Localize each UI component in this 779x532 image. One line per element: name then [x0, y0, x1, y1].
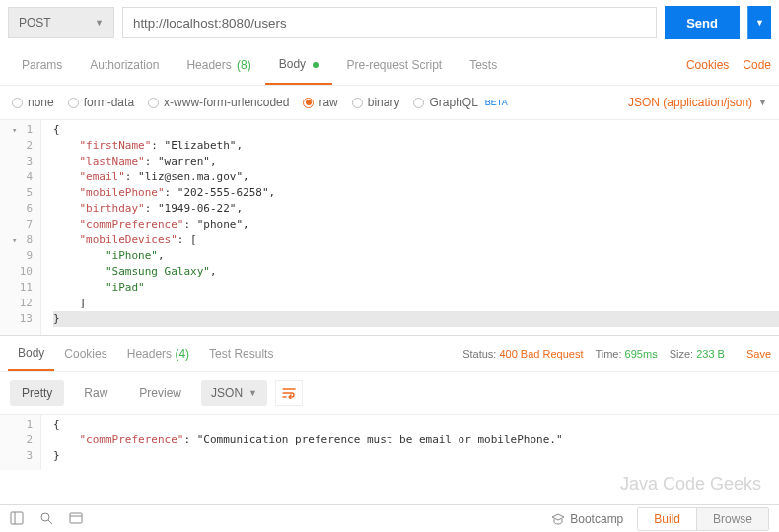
svg-rect-0	[11, 512, 23, 524]
send-dropdown-button[interactable]: ▼	[747, 6, 771, 39]
chevron-down-icon: ▼	[248, 388, 257, 398]
view-pretty[interactable]: Pretty	[10, 380, 64, 406]
save-response-link[interactable]: Save	[746, 348, 771, 360]
response-tab-body[interactable]: Body	[8, 336, 54, 371]
svg-rect-4	[70, 513, 82, 523]
chevron-down-icon: ▼	[758, 98, 767, 107]
code-content: { "firstName": "Elizabeth", "lastName": …	[41, 120, 779, 335]
graduation-cap-icon	[551, 513, 565, 525]
view-raw[interactable]: Raw	[72, 380, 119, 406]
console-icon[interactable]	[69, 511, 85, 527]
status-value: 400 Bad Request	[499, 348, 583, 360]
body-type-binary[interactable]: binary	[352, 96, 400, 109]
tab-params[interactable]: Params	[8, 46, 76, 84]
send-button[interactable]: Send	[665, 6, 740, 39]
code-content: { "commPreference": "Communication prefe…	[41, 415, 779, 470]
tab-body[interactable]: Body	[265, 45, 333, 85]
response-tab-cookies[interactable]: Cookies	[54, 337, 116, 370]
http-method-select[interactable]: POST ▼	[8, 7, 114, 38]
size-value: 233 B	[696, 348, 725, 360]
build-mode-button[interactable]: Build	[638, 508, 697, 530]
svg-point-2	[41, 513, 49, 521]
radio-selected-icon	[303, 98, 314, 108]
radio-icon	[413, 98, 424, 108]
body-type-form-data[interactable]: form-data	[68, 96, 134, 109]
wrap-lines-button[interactable]	[275, 380, 303, 406]
radio-icon	[68, 98, 79, 108]
radio-icon	[148, 98, 159, 108]
watermark: Java Code Geeks	[620, 474, 761, 495]
body-type-urlencoded[interactable]: x-www-form-urlencoded	[148, 96, 289, 109]
chevron-down-icon: ▼	[95, 18, 104, 28]
response-body-viewer[interactable]: 123 { "commPreference": "Communication p…	[0, 415, 779, 470]
bootcamp-link[interactable]: Bootcamp	[551, 512, 623, 526]
mode-toggle: Build Browse	[637, 507, 769, 531]
body-type-none[interactable]: none	[12, 96, 54, 109]
tab-headers[interactable]: Headers (8)	[173, 46, 264, 84]
http-method-value: POST	[19, 16, 51, 30]
url-input[interactable]	[122, 7, 657, 38]
modified-dot-icon	[313, 62, 319, 68]
chevron-down-icon: ▼	[755, 18, 764, 28]
radio-icon	[352, 98, 363, 108]
body-type-graphql[interactable]: GraphQLBETA	[413, 96, 507, 109]
body-type-raw[interactable]: raw	[303, 96, 337, 109]
request-body-editor[interactable]: 12345678910111213 { "firstName": "Elizab…	[0, 120, 779, 335]
svg-line-3	[48, 520, 52, 524]
tab-prerequest[interactable]: Pre-request Script	[332, 46, 456, 84]
code-link[interactable]: Code	[743, 58, 771, 72]
time-value: 695ms	[625, 348, 658, 360]
response-format-select[interactable]: JSON ▼	[201, 380, 267, 406]
view-preview[interactable]: Preview	[127, 380, 193, 406]
response-tab-test-results[interactable]: Test Results	[199, 337, 283, 370]
browse-mode-button[interactable]: Browse	[697, 508, 768, 530]
tab-tests[interactable]: Tests	[456, 46, 511, 84]
find-icon[interactable]	[39, 511, 55, 527]
sidebar-toggle-icon[interactable]	[10, 511, 26, 527]
response-tab-headers[interactable]: Headers (4)	[117, 337, 199, 370]
line-gutter: 12345678910111213	[0, 120, 41, 335]
content-type-select[interactable]: JSON (application/json) ▼	[628, 96, 767, 109]
tab-authorization[interactable]: Authorization	[76, 46, 173, 84]
cookies-link[interactable]: Cookies	[686, 58, 729, 72]
radio-icon	[12, 98, 23, 108]
line-gutter: 123	[0, 415, 41, 470]
